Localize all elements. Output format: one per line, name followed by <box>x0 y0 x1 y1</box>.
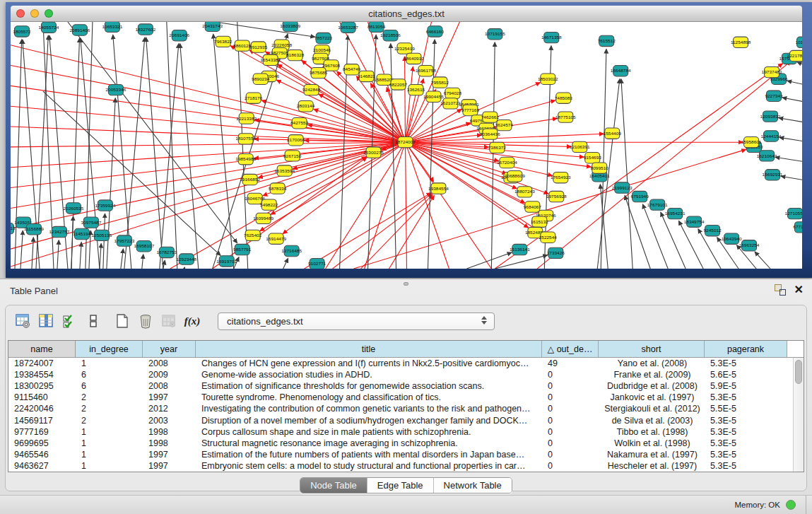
table-row[interactable]: 969969511998Structural magnetic resonanc… <box>8 438 804 449</box>
new-table-button[interactable] <box>113 312 131 330</box>
graph-node[interactable]: 1145194 <box>73 228 91 239</box>
graph-node[interactable]: 9102771 <box>308 259 326 269</box>
graph-node[interactable]: 15958601 <box>741 136 762 147</box>
graph-edge[interactable] <box>406 142 549 194</box>
graph-node[interactable]: 1011254 <box>796 37 802 47</box>
graph-node[interactable]: 1615132 <box>531 216 549 227</box>
graph-node[interactable]: 12213383 <box>236 113 257 124</box>
graph-node[interactable]: 9146821 <box>358 71 376 81</box>
graph-node[interactable]: 12444154 <box>761 131 782 141</box>
table-chooser-select[interactable]: citations_edges.txt <box>218 313 495 330</box>
graph-node[interactable]: 6791949 <box>631 191 649 201</box>
graph-edge[interactable] <box>782 98 802 103</box>
graph-node[interactable]: 2718176 <box>245 93 263 103</box>
graph-node[interactable]: 6771823 <box>793 222 802 233</box>
graph-node[interactable]: 16961758 <box>416 66 436 76</box>
function-builder-button[interactable]: f(x) <box>183 312 201 330</box>
graph-edge[interactable] <box>405 57 406 142</box>
tab-node-table[interactable]: Node Table <box>300 478 367 493</box>
graph-node[interactable]: 7615512 <box>598 35 616 46</box>
table-row[interactable]: 911546021997Tourette syndrome. Phenomeno… <box>8 392 804 403</box>
graph-node[interactable]: 17679101 <box>647 199 668 210</box>
graph-node[interactable]: 6822057 <box>389 79 408 90</box>
graph-edge[interactable] <box>406 142 492 269</box>
graph-edge[interactable] <box>11 106 406 142</box>
graph-edge[interactable] <box>775 157 802 163</box>
graph-node[interactable]: 12505135 <box>91 230 112 240</box>
graph-edge[interactable] <box>333 194 432 269</box>
graph-edge[interactable] <box>779 118 802 124</box>
graph-node[interactable]: 1805572 <box>13 26 31 37</box>
graph-node[interactable]: 17359924 <box>95 200 115 211</box>
graph-node[interactable]: 2170066 <box>287 135 305 146</box>
graph-edge[interactable] <box>146 37 163 269</box>
graph-node[interactable]: 15136141 <box>510 244 530 255</box>
graph-node[interactable]: 16210721 <box>440 98 461 109</box>
graph-node[interactable]: 15692931 <box>763 170 783 180</box>
graph-node[interactable]: 7386372 <box>488 142 507 153</box>
graph-node[interactable]: 9684067 <box>524 201 542 212</box>
graph-node[interactable]: 18327602 <box>135 24 155 35</box>
graph-node[interactable]: 8427552 <box>290 118 309 129</box>
tab-edge-table[interactable]: Edge Table <box>367 478 434 493</box>
graph-edge[interactable] <box>755 252 770 269</box>
column-header-pagerank[interactable]: pagerank <box>705 341 787 357</box>
graph-node[interactable]: 17654923 <box>551 172 571 182</box>
show-column-button[interactable] <box>37 312 56 330</box>
graph-edge[interactable] <box>625 196 650 269</box>
table-row[interactable]: 1456911722003Disruption of a novel membe… <box>8 414 804 426</box>
graph-node[interactable]: 6794028 <box>444 88 462 98</box>
select-rows-button[interactable] <box>61 312 79 330</box>
graph-node[interactable]: 7963822 <box>214 36 233 47</box>
network-canvas[interactable]: 1872400718055721405572420891406106533211… <box>11 22 802 269</box>
graph-node[interactable]: 16033809 <box>280 22 300 31</box>
graph-edge[interactable] <box>406 142 529 228</box>
column-header-title[interactable]: title <box>196 341 542 357</box>
graph-node[interactable]: 16648784 <box>611 66 631 76</box>
graph-node[interactable]: 12923448 <box>176 254 196 264</box>
table-row[interactable]: 2242004622012Investigating the contribut… <box>8 403 804 414</box>
graph-edge[interactable] <box>11 142 406 208</box>
graph-edge[interactable] <box>68 22 237 243</box>
graph-node[interactable]: 20364436 <box>480 129 500 139</box>
graph-node[interactable]: 2803144 <box>297 101 315 112</box>
graph-edge[interactable] <box>163 260 165 269</box>
graph-node[interactable]: 8099510 <box>591 163 609 173</box>
column-header-year[interactable]: year <box>143 341 196 357</box>
table-scrollbar-thumb[interactable] <box>795 360 802 384</box>
graph-node[interactable]: 1554409 <box>604 128 622 139</box>
graph-node[interactable]: 14671358 <box>541 32 562 42</box>
graph-node[interactable]: 5878334 <box>269 183 287 194</box>
column-header-out_de[interactable]: △ out_de… <box>542 341 599 357</box>
graph-node[interactable]: 7485083 <box>555 93 573 103</box>
graph-edge[interactable] <box>621 79 632 269</box>
graph-node[interactable]: 20691406 <box>169 30 189 41</box>
graph-node[interactable]: 16963254 <box>739 240 760 251</box>
graph-node[interactable]: 7955812 <box>431 77 449 88</box>
graph-node[interactable]: 18349754 <box>684 216 705 227</box>
graph-node[interactable]: 21999123 <box>612 182 632 193</box>
graph-edge[interactable] <box>601 49 606 269</box>
graph-node[interactable]: 19854985 <box>235 154 256 165</box>
table-scrollbar[interactable] <box>793 358 804 472</box>
graph-edge[interactable] <box>57 240 59 269</box>
graph-node[interactable]: 18503022 <box>538 74 558 84</box>
graph-node[interactable]: 9857791 <box>233 244 252 255</box>
graph-edge[interactable] <box>787 81 802 86</box>
graph-edge[interactable] <box>361 194 433 269</box>
graph-node[interactable]: 16099489 <box>253 213 273 223</box>
graph-node[interactable]: 9227343 <box>765 90 783 101</box>
column-header-in_degree[interactable]: in_degree <box>76 341 143 357</box>
graph-node[interactable]: 16958107 <box>134 241 154 252</box>
graph-node[interactable]: 11156889 <box>24 224 44 235</box>
graph-node[interactable]: 12093832 <box>760 111 781 122</box>
graph-node[interactable]: 19737483 <box>762 66 782 77</box>
graph-node[interactable]: 3624574 <box>495 119 514 130</box>
column-header-name[interactable]: name <box>8 341 76 357</box>
graph-node[interactable]: 7625402 <box>244 230 262 240</box>
graph-edge[interactable] <box>797 62 802 68</box>
graph-node[interactable]: 30975487 <box>81 217 101 228</box>
table-row[interactable]: 1938455462009Genome-wide association stu… <box>8 369 804 380</box>
graph-node[interactable]: 18107554 <box>235 134 256 144</box>
graph-edge[interactable] <box>283 258 288 269</box>
